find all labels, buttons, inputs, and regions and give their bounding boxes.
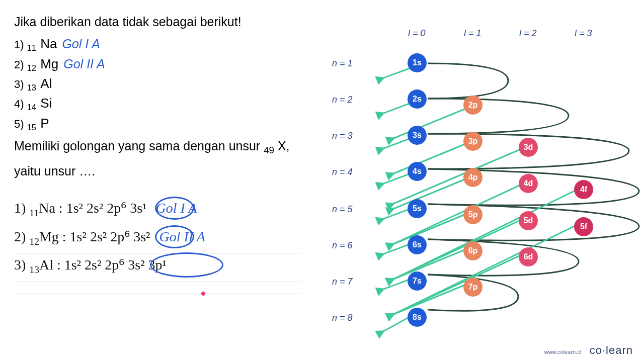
orbital-4p: 4p	[463, 168, 482, 187]
l-header: l = 2	[519, 28, 537, 39]
orbital-5d: 5d	[519, 211, 538, 230]
orbital-5f: 5f	[574, 217, 593, 236]
laser-pointer-icon	[201, 292, 205, 296]
l-header: l = 0	[408, 28, 426, 39]
n-label: n = 2	[332, 95, 353, 105]
question-item: 1) 11 NaGol I A	[14, 36, 301, 53]
orbital-8s: 8s	[408, 308, 427, 327]
n-label: n = 8	[332, 313, 353, 323]
orbital-3s: 3s	[408, 126, 427, 145]
orbital-2s: 2s	[408, 89, 427, 109]
question-list: 1) 11 NaGol I A2) 12 MgGol II A3) 13 Al4…	[14, 36, 301, 132]
l-header: l = 3	[575, 28, 592, 39]
orbital-4f: 4f	[574, 180, 593, 199]
orbital-3d: 3d	[519, 138, 538, 157]
question-item: 4) 14 Si	[14, 96, 301, 112]
l-header: l = 1	[464, 28, 481, 39]
n-label: n = 1	[332, 58, 353, 69]
orbital-6d: 6d	[519, 247, 538, 266]
closing-sub: 49	[264, 145, 274, 155]
orbital-5s: 5s	[408, 199, 427, 218]
orbital-6p: 6p	[463, 241, 482, 260]
n-label: n = 4	[332, 167, 353, 177]
orbital-1s: 1s	[408, 53, 427, 72]
orbital-7s: 7s	[408, 272, 427, 291]
n-label: n = 3	[332, 131, 353, 141]
aufbau-arrows	[362, 45, 644, 362]
work-line: 1) 11Na : 1s² 2s² 2p⁶ 3s¹Gol I A	[14, 197, 301, 225]
blank-line	[14, 293, 301, 294]
question-closing: Memiliki golongan yang sama dengan unsur…	[14, 134, 301, 183]
orbital-4s: 4s	[408, 162, 427, 181]
orbital-4d: 4d	[519, 174, 538, 193]
n-label: n = 7	[332, 277, 353, 287]
work-line: 2) 12Mg : 1s² 2s² 2p⁶ 3s²Gol II A	[14, 225, 301, 254]
orbital-5p: 5p	[463, 205, 482, 224]
question-item: 3) 13 Al	[14, 76, 301, 93]
aufbau-diagram: l = 0l = 1l = 2l = 3n = 1n = 2n = 3n = 4…	[332, 20, 639, 347]
orbital-3p: 3p	[463, 132, 482, 151]
n-label: n = 6	[332, 240, 353, 251]
work-line: 3) 13Al : 1s² 2s² 2p⁶ 3s² 3p¹	[14, 253, 301, 282]
blank-line	[14, 305, 301, 305]
orbital-2p: 2p	[463, 96, 482, 115]
closing-a: Memiliki golongan yang sama dengan unsur	[14, 139, 264, 153]
orbital-6s: 6s	[408, 235, 427, 254]
question-item: 2) 12 MgGol II A	[14, 56, 301, 73]
question-item: 5) 15 P	[14, 116, 301, 132]
n-label: n = 5	[332, 204, 353, 215]
work-area: 1) 11Na : 1s² 2s² 2p⁶ 3s¹Gol I A2) 12Mg …	[14, 197, 301, 282]
orbital-7p: 7p	[463, 278, 482, 297]
left-panel: Jika diberikan data tidak sebagai beriku…	[14, 10, 301, 305]
question-intro: Jika diberikan data tidak sebagai beriku…	[14, 10, 301, 33]
